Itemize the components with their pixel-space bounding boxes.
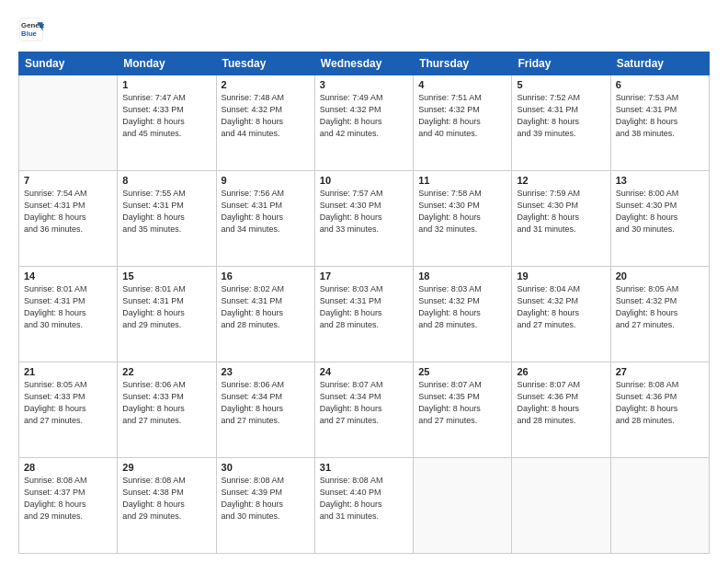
day-number: 18 [418,270,506,282]
day-number: 16 [222,270,310,282]
calendar: SundayMondayTuesdayWednesdayThursdayFrid… [18,52,710,554]
calendar-cell: 2Sunrise: 7:48 AM Sunset: 4:32 PM Daylig… [216,75,314,171]
day-number: 23 [222,366,310,377]
day-info: Sunrise: 8:02 AM Sunset: 4:31 PM Dayligh… [222,283,310,331]
weekday-header-sunday: Sunday [19,52,118,75]
day-number: 24 [320,366,408,377]
weekday-header-monday: Monday [118,52,216,75]
day-info: Sunrise: 7:57 AM Sunset: 4:30 PM Dayligh… [320,188,408,236]
calendar-cell: 8Sunrise: 7:55 AM Sunset: 4:31 PM Daylig… [118,171,216,267]
day-number: 14 [24,270,112,282]
day-info: Sunrise: 7:59 AM Sunset: 4:30 PM Dayligh… [517,188,605,236]
day-number: 2 [222,79,310,90]
weekday-header-row: SundayMondayTuesdayWednesdayThursdayFrid… [19,52,710,75]
day-number: 13 [616,175,704,186]
day-number: 28 [24,462,112,473]
weekday-header-wednesday: Wednesday [314,52,413,75]
calendar-cell: 3Sunrise: 7:49 AM Sunset: 4:32 PM Daylig… [314,75,413,171]
calendar-cell: 9Sunrise: 7:56 AM Sunset: 4:31 PM Daylig… [216,171,314,267]
day-info: Sunrise: 8:05 AM Sunset: 4:33 PM Dayligh… [24,379,112,427]
weekday-header-friday: Friday [512,52,610,75]
day-number: 5 [517,79,605,90]
day-info: Sunrise: 8:05 AM Sunset: 4:32 PM Dayligh… [616,283,704,331]
calendar-cell: 31Sunrise: 8:08 AM Sunset: 4:40 PM Dayli… [314,458,413,554]
day-info: Sunrise: 7:56 AM Sunset: 4:31 PM Dayligh… [222,188,310,236]
weekday-header-saturday: Saturday [610,52,709,75]
header: General Blue [18,17,710,42]
day-info: Sunrise: 8:08 AM Sunset: 4:40 PM Dayligh… [320,475,408,523]
day-info: Sunrise: 8:01 AM Sunset: 4:31 PM Dayligh… [24,283,112,331]
day-number: 4 [418,79,506,90]
calendar-cell: 14Sunrise: 8:01 AM Sunset: 4:31 PM Dayli… [19,267,118,362]
calendar-cell: 11Sunrise: 7:58 AM Sunset: 4:30 PM Dayli… [414,171,512,267]
weekday-header-tuesday: Tuesday [216,52,314,75]
day-number: 17 [320,270,408,282]
day-info: Sunrise: 8:00 AM Sunset: 4:30 PM Dayligh… [616,188,704,236]
week-row-1: 1Sunrise: 7:47 AM Sunset: 4:33 PM Daylig… [19,75,710,171]
calendar-cell: 5Sunrise: 7:52 AM Sunset: 4:31 PM Daylig… [512,75,610,171]
day-info: Sunrise: 8:08 AM Sunset: 4:38 PM Dayligh… [122,475,210,523]
calendar-cell: 18Sunrise: 8:03 AM Sunset: 4:32 PM Dayli… [414,267,512,362]
day-number: 10 [320,175,408,186]
day-info: Sunrise: 8:08 AM Sunset: 4:36 PM Dayligh… [616,379,704,427]
calendar-cell [512,458,610,554]
calendar-cell: 23Sunrise: 8:06 AM Sunset: 4:34 PM Dayli… [216,362,314,458]
day-info: Sunrise: 8:04 AM Sunset: 4:32 PM Dayligh… [517,283,605,331]
day-info: Sunrise: 8:03 AM Sunset: 4:32 PM Dayligh… [418,283,506,331]
calendar-cell: 22Sunrise: 8:06 AM Sunset: 4:33 PM Dayli… [118,362,216,458]
logo-icon: General Blue [18,17,44,42]
day-info: Sunrise: 7:54 AM Sunset: 4:31 PM Dayligh… [24,188,112,236]
weekday-header-thursday: Thursday [414,52,512,75]
day-number: 9 [222,175,310,186]
day-info: Sunrise: 8:08 AM Sunset: 4:39 PM Dayligh… [222,475,310,523]
calendar-cell: 27Sunrise: 8:08 AM Sunset: 4:36 PM Dayli… [610,362,709,458]
calendar-cell [19,75,118,171]
calendar-cell [414,458,512,554]
calendar-cell: 28Sunrise: 8:08 AM Sunset: 4:37 PM Dayli… [19,458,118,554]
day-number: 1 [122,79,210,90]
calendar-cell: 1Sunrise: 7:47 AM Sunset: 4:33 PM Daylig… [118,75,216,171]
day-number: 12 [517,175,605,186]
day-info: Sunrise: 7:55 AM Sunset: 4:31 PM Dayligh… [122,188,210,236]
day-info: Sunrise: 7:48 AM Sunset: 4:32 PM Dayligh… [222,92,310,140]
svg-text:Blue: Blue [21,29,38,38]
day-number: 25 [418,366,506,377]
day-info: Sunrise: 8:01 AM Sunset: 4:31 PM Dayligh… [122,283,210,331]
day-number: 27 [616,366,704,377]
day-info: Sunrise: 7:47 AM Sunset: 4:33 PM Dayligh… [122,92,210,140]
day-number: 20 [616,270,704,282]
day-info: Sunrise: 8:07 AM Sunset: 4:35 PM Dayligh… [418,379,506,427]
calendar-cell [610,458,709,554]
calendar-cell: 13Sunrise: 8:00 AM Sunset: 4:30 PM Dayli… [610,171,709,267]
week-row-3: 14Sunrise: 8:01 AM Sunset: 4:31 PM Dayli… [19,267,710,362]
calendar-cell: 21Sunrise: 8:05 AM Sunset: 4:33 PM Dayli… [19,362,118,458]
day-number: 11 [418,175,506,186]
day-info: Sunrise: 7:58 AM Sunset: 4:30 PM Dayligh… [418,188,506,236]
calendar-cell: 26Sunrise: 8:07 AM Sunset: 4:36 PM Dayli… [512,362,610,458]
calendar-cell: 7Sunrise: 7:54 AM Sunset: 4:31 PM Daylig… [19,171,118,267]
calendar-cell: 10Sunrise: 7:57 AM Sunset: 4:30 PM Dayli… [314,171,413,267]
day-number: 8 [122,175,210,186]
day-info: Sunrise: 8:06 AM Sunset: 4:34 PM Dayligh… [222,379,310,427]
day-info: Sunrise: 7:53 AM Sunset: 4:31 PM Dayligh… [616,92,704,140]
calendar-cell: 15Sunrise: 8:01 AM Sunset: 4:31 PM Dayli… [118,267,216,362]
week-row-2: 7Sunrise: 7:54 AM Sunset: 4:31 PM Daylig… [19,171,710,267]
day-info: Sunrise: 8:07 AM Sunset: 4:36 PM Dayligh… [517,379,605,427]
calendar-cell: 4Sunrise: 7:51 AM Sunset: 4:32 PM Daylig… [414,75,512,171]
calendar-cell: 6Sunrise: 7:53 AM Sunset: 4:31 PM Daylig… [610,75,709,171]
day-info: Sunrise: 8:07 AM Sunset: 4:34 PM Dayligh… [320,379,408,427]
day-number: 22 [122,366,210,377]
day-number: 26 [517,366,605,377]
day-info: Sunrise: 7:51 AM Sunset: 4:32 PM Dayligh… [418,92,506,140]
day-number: 29 [122,462,210,473]
day-info: Sunrise: 8:03 AM Sunset: 4:31 PM Dayligh… [320,283,408,331]
calendar-cell: 19Sunrise: 8:04 AM Sunset: 4:32 PM Dayli… [512,267,610,362]
day-number: 21 [24,366,112,377]
logo: General Blue [18,17,44,42]
calendar-cell: 16Sunrise: 8:02 AM Sunset: 4:31 PM Dayli… [216,267,314,362]
day-number: 15 [122,270,210,282]
day-number: 6 [616,79,704,90]
day-info: Sunrise: 8:06 AM Sunset: 4:33 PM Dayligh… [122,379,210,427]
calendar-cell: 30Sunrise: 8:08 AM Sunset: 4:39 PM Dayli… [216,458,314,554]
day-number: 7 [24,175,112,186]
